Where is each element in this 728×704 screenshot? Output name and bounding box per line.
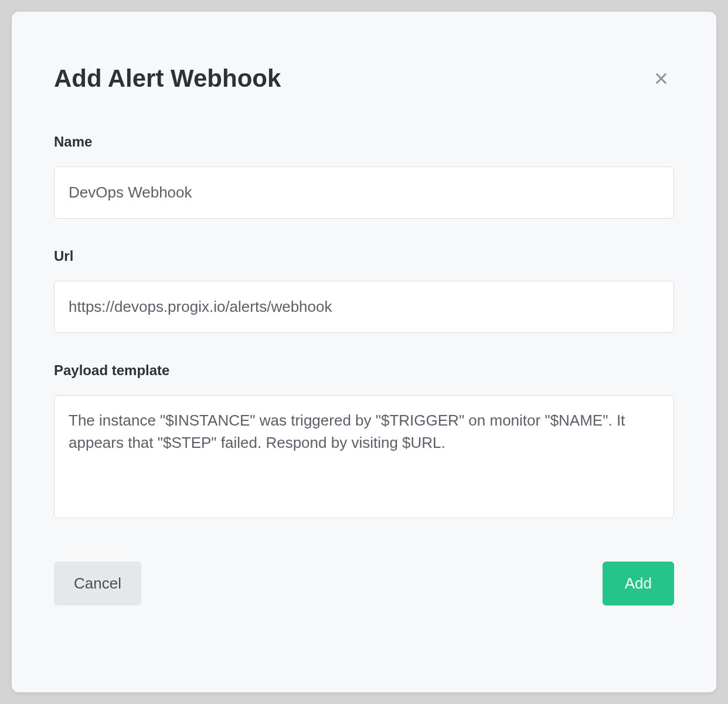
close-button[interactable]	[648, 66, 674, 91]
modal-title: Add Alert Webhook	[54, 64, 281, 93]
cancel-button[interactable]: Cancel	[54, 562, 141, 606]
modal-header: Add Alert Webhook	[54, 64, 674, 93]
name-input[interactable]	[54, 166, 674, 219]
url-input[interactable]	[54, 281, 674, 333]
name-label: Name	[54, 134, 674, 150]
payload-label: Payload template	[54, 362, 674, 379]
close-icon	[653, 70, 669, 87]
add-button[interactable]: Add	[603, 562, 674, 606]
name-field-group: Name	[54, 134, 674, 219]
url-label: Url	[54, 248, 674, 264]
payload-textarea[interactable]: The instance "$INSTANCE" was triggered b…	[54, 395, 674, 518]
payload-field-group: Payload template The instance "$INSTANCE…	[54, 362, 674, 521]
url-field-group: Url	[54, 248, 674, 333]
modal-footer: Cancel Add	[54, 562, 674, 606]
add-webhook-modal: Add Alert Webhook Name Url Payload templ…	[12, 12, 716, 692]
